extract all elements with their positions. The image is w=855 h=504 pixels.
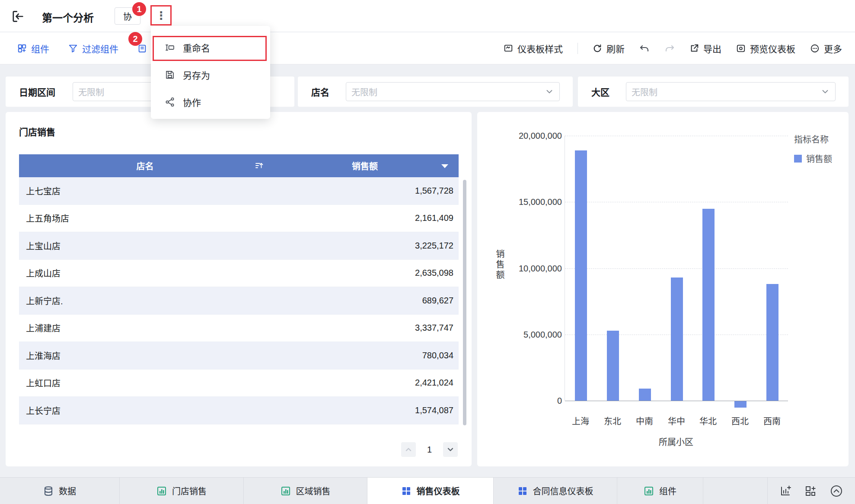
page-title: 第一个分析 (42, 10, 94, 25)
x-tick-label: 西南 (763, 415, 781, 427)
store-name-cell: 上七宝店 (19, 177, 271, 204)
legend-item[interactable]: 销售额 (794, 152, 832, 165)
collapse-panel-icon[interactable] (830, 485, 843, 498)
store-sales-table-body: 上七宝店1,567,728上五角场店2,161,409上宝山店3,225,172… (19, 177, 459, 424)
save-as-icon (165, 70, 175, 80)
store-name-cell: 上淮海店 (19, 342, 271, 369)
sales-amount-cell: 3,337,747 (271, 315, 459, 342)
chart-bar (766, 284, 778, 401)
context-menu: 重命名 另存为 协作 (151, 26, 270, 119)
y-tick-label: 10,000,000 (519, 263, 562, 273)
column-label: 销售额 (352, 159, 378, 172)
tab-contract-dashboard[interactable]: 合同信息仪表板 (494, 478, 617, 504)
component-button[interactable]: 组件 (17, 42, 49, 55)
column-dropdown-icon[interactable] (441, 164, 448, 168)
chart-icon (644, 486, 654, 496)
y-tick-label: 0 (557, 396, 562, 406)
refresh-button[interactable]: 刷新 (593, 42, 625, 55)
undo-button[interactable] (639, 43, 650, 54)
table-row[interactable]: 上虹口店2,421,024 (19, 370, 459, 397)
column-sales-amount[interactable]: 销售额 (271, 154, 459, 177)
y-axis-title: 销售额 (494, 249, 506, 281)
y-tick-label: 20,000,000 (519, 131, 562, 141)
sales-amount-cell: 1,567,728 (271, 177, 459, 204)
more-menu-button[interactable]: ⋮ (152, 7, 170, 24)
table-row[interactable]: 上新宁店.689,627 (19, 287, 459, 315)
chart-gridline (565, 136, 788, 136)
region-filter-value: 无限制 (632, 86, 657, 98)
back-button[interactable] (10, 9, 25, 24)
filter-component-button[interactable]: 过滤组件 (68, 42, 118, 55)
tab-data[interactable]: 数据 (0, 478, 120, 504)
page-down-button[interactable] (443, 442, 458, 457)
table-row[interactable]: 上宝山店3,225,172 (19, 232, 459, 260)
component-label: 组件 (31, 42, 49, 55)
table-row[interactable]: 上成山店2,635,098 (19, 260, 459, 287)
chart-bar (702, 209, 715, 401)
x-tick-label: 东北 (604, 415, 621, 427)
chart-icon (156, 486, 167, 496)
region-filter-select[interactable]: 无限制 (626, 82, 836, 101)
chart-bar (671, 278, 683, 401)
tab-label: 数据 (59, 485, 76, 497)
preview-dashboard-button[interactable]: 预览仪表板 (736, 42, 795, 55)
undo-icon (639, 43, 650, 54)
store-sales-card: 门店销售 店名 销售额 上七宝店1,567,728上五角场店2,161,409上… (6, 112, 472, 466)
menu-item-rename[interactable]: 重命名 (151, 34, 270, 61)
tab-region-sales[interactable]: 区域销售 (244, 478, 367, 504)
add-dashboard-icon[interactable] (805, 485, 816, 497)
store-name-cell: 上长宁店 (19, 397, 271, 424)
more-toolbar-button[interactable]: 更多 (810, 42, 842, 55)
toolbar-separator (577, 43, 578, 54)
redo-button[interactable] (664, 43, 675, 54)
export-button[interactable]: 导出 (689, 42, 721, 55)
menu-item-label: 重命名 (183, 41, 210, 54)
y-tick-label: 5,000,000 (523, 329, 562, 339)
x-tick-label: 西北 (731, 415, 749, 427)
redo-icon (664, 43, 675, 54)
store-name-cell: 上成山店 (19, 260, 271, 287)
clipboard-icon (137, 44, 147, 53)
table-row[interactable]: 上长宁店1,574,087 (19, 397, 459, 424)
menu-item-label: 另存为 (183, 68, 210, 81)
table-row[interactable]: 上浦建店3,337,747 (19, 315, 459, 342)
menu-item-save-as[interactable]: 另存为 (151, 61, 270, 88)
tab-component[interactable]: 组件 (617, 478, 703, 504)
x-tick-label: 中南 (636, 415, 653, 427)
dashboard-icon (517, 486, 528, 496)
table-scrollbar[interactable] (463, 180, 466, 425)
store-name-cell: 上浦建店 (19, 315, 271, 342)
column-store-name[interactable]: 店名 (19, 154, 271, 177)
page-up-button[interactable] (401, 442, 416, 457)
more-label: 更多 (824, 42, 842, 55)
collaborate-icon (165, 97, 175, 107)
dashboard-style-button[interactable]: 仪表板样式 (504, 42, 563, 55)
table-row[interactable]: 上五角场店2,161,409 (19, 205, 459, 233)
add-component-icon[interactable] (780, 485, 791, 497)
refresh-icon (593, 44, 602, 53)
chart-bar (734, 401, 747, 408)
sort-icon[interactable] (255, 161, 263, 170)
store-filter-select[interactable]: 无限制 (346, 82, 560, 101)
annotation-badge-2: 2 (128, 32, 142, 46)
x-tick-label: 华中 (668, 415, 685, 427)
menu-item-collaborate[interactable]: 协作 (151, 88, 270, 115)
chart-plot (565, 136, 788, 401)
chart-bar (607, 331, 619, 401)
store-name-cell: 上新宁店. (19, 287, 271, 314)
tab-store-sales[interactable]: 门店销售 (120, 478, 244, 504)
tab-sales-dashboard[interactable]: 销售仪表板 (367, 478, 494, 504)
sales-amount-cell: 3,225,172 (271, 232, 459, 259)
menu-item-label: 协作 (183, 96, 201, 108)
store-filter-card: 店名 无限制 (298, 77, 573, 107)
tab-label: 门店销售 (172, 485, 207, 497)
export-icon (689, 44, 699, 53)
table-row[interactable]: 上七宝店1,567,728 (19, 177, 459, 205)
table-row[interactable]: 上淮海店780,034 (19, 342, 459, 370)
funnel-icon (68, 44, 78, 53)
sales-amount-cell: 2,421,024 (271, 370, 459, 397)
chart-icon (281, 486, 291, 496)
dashboard-style-icon (504, 44, 513, 53)
sales-amount-cell: 1,574,087 (271, 397, 459, 424)
other-toolbar-button[interactable] (137, 44, 147, 53)
